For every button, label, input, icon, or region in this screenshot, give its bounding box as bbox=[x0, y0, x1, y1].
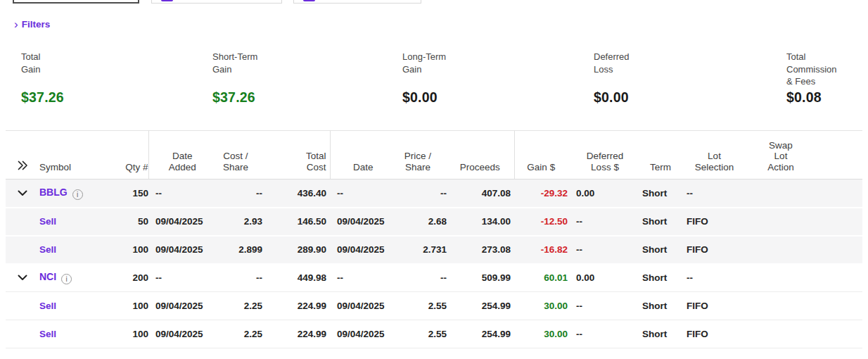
col-header-date: Date bbox=[330, 131, 389, 180]
cell-expander bbox=[6, 320, 39, 348]
cell-lot_selection: -- bbox=[679, 264, 742, 292]
cell-lot_selection: FIFO bbox=[679, 208, 742, 236]
col-header-qty: Qty # bbox=[110, 131, 148, 180]
summary-card-label: DeferredLoss bbox=[594, 51, 786, 75]
cell-swap_lot_action bbox=[742, 292, 819, 320]
filters-toggle[interactable]: › Filters bbox=[14, 18, 50, 31]
chevron-down-icon[interactable] bbox=[18, 275, 27, 281]
cell-spacer bbox=[819, 292, 862, 320]
cell-expander bbox=[6, 208, 39, 236]
cell-deferred_loss: 0.00 bbox=[569, 264, 634, 292]
cell-qty: 100 bbox=[110, 236, 148, 264]
cell-gain: -29.32 bbox=[514, 180, 569, 208]
cell-symbol: Sell bbox=[39, 292, 110, 320]
cell-swap_lot_action bbox=[742, 180, 819, 208]
date-to-input[interactable] bbox=[293, 0, 421, 4]
cell-expander bbox=[6, 236, 39, 264]
cell-proceeds: 509.99 bbox=[449, 264, 514, 292]
chevron-down-icon[interactable] bbox=[18, 190, 27, 196]
gain-value: 30.00 bbox=[544, 301, 568, 311]
cell-proceeds: 273.08 bbox=[449, 236, 514, 264]
cell-date: 09/04/2025 bbox=[330, 320, 389, 348]
calendar-icon bbox=[161, 0, 173, 1]
cell-gain: 30.00 bbox=[514, 320, 569, 348]
summary-card-value: $37.26 bbox=[212, 90, 402, 104]
cell-lot_selection: -- bbox=[679, 180, 742, 208]
cell-date: -- bbox=[330, 180, 389, 208]
gain-value: 30.00 bbox=[544, 329, 568, 339]
gain-value: -29.32 bbox=[541, 188, 568, 199]
cell-date: 09/04/2025 bbox=[330, 208, 389, 236]
cell-qty: 100 bbox=[110, 320, 148, 348]
cell-proceeds: 407.08 bbox=[449, 180, 514, 208]
info-icon[interactable]: i bbox=[72, 189, 83, 200]
cell-symbol: Sell bbox=[39, 320, 110, 348]
col-header-total_cost: TotalCost bbox=[265, 131, 330, 180]
cell-deferred_loss: -- bbox=[569, 236, 634, 264]
col-header-cost_share: Cost /Share bbox=[209, 131, 265, 180]
lot-row: Sell10009/04/20252.25224.9909/04/20252.5… bbox=[6, 292, 862, 320]
summary-card-0: TotalGain$37.26 bbox=[21, 51, 212, 104]
summary-card-label: Long-TermGain bbox=[402, 51, 594, 75]
cell-expander bbox=[6, 180, 39, 208]
cell-price_share: 2.55 bbox=[389, 292, 449, 320]
symbol-filter-input[interactable] bbox=[13, 0, 139, 4]
cell-swap_lot_action bbox=[742, 320, 819, 348]
col-header-deferred_loss: DeferredLoss $ bbox=[569, 131, 634, 180]
cell-deferred_loss: 0.00 bbox=[569, 180, 634, 208]
cell-term: Short bbox=[634, 208, 679, 236]
cell-term: Short bbox=[634, 236, 679, 264]
cell-deferred_loss: -- bbox=[569, 208, 634, 236]
col-header-price_share: Price /Share bbox=[389, 131, 449, 180]
cell-total_cost: 449.98 bbox=[265, 264, 330, 292]
cell-cost_share: 2.93 bbox=[209, 208, 265, 236]
sell-link[interactable]: Sell bbox=[39, 244, 56, 255]
cell-price_share: 2.55 bbox=[389, 320, 449, 348]
sell-link[interactable]: Sell bbox=[39, 301, 56, 311]
cell-gain: 30.00 bbox=[514, 292, 569, 320]
col-header-term: Term bbox=[634, 131, 679, 180]
summary-card-1: Short-TermGain$37.26 bbox=[212, 51, 402, 104]
cell-cost_share: 2.25 bbox=[209, 292, 265, 320]
cell-symbol: NCIi bbox=[39, 264, 110, 292]
cell-date_added: 09/04/2025 bbox=[148, 320, 209, 348]
summary-card-label: TotalGain bbox=[21, 51, 212, 75]
summary-card-4: TotalCommission& Fees$0.08 bbox=[786, 51, 837, 104]
date-from-input[interactable] bbox=[151, 0, 282, 4]
col-header-spacer bbox=[819, 131, 862, 180]
cell-cost_share: 2.899 bbox=[209, 236, 265, 264]
col-header-swap_lot_action: SwapLotAction bbox=[742, 131, 819, 180]
symbol-link[interactable]: BBLG bbox=[39, 187, 68, 198]
gain-value: 60.01 bbox=[544, 272, 568, 283]
col-header-symbol: Symbol bbox=[39, 131, 110, 180]
col-header-gain: Gain $ bbox=[514, 131, 569, 180]
cell-cost_share: -- bbox=[209, 264, 265, 292]
info-icon[interactable]: i bbox=[61, 274, 72, 284]
symbol-link[interactable]: NCI bbox=[39, 271, 56, 282]
cell-date: 09/04/2025 bbox=[330, 292, 389, 320]
table-body: BBLGi150----436.40----407.08-29.320.00Sh… bbox=[6, 180, 862, 348]
cell-date_added: 09/04/2025 bbox=[148, 292, 209, 320]
summary-card-value: $0.00 bbox=[402, 90, 594, 104]
expand-all-icon[interactable] bbox=[17, 160, 28, 170]
cell-total_cost: 436.40 bbox=[265, 180, 330, 208]
summary-card-value: $0.00 bbox=[594, 90, 786, 104]
cell-qty: 100 bbox=[110, 292, 148, 320]
gain-value: -16.82 bbox=[541, 244, 568, 255]
group-row-BBLG: BBLGi150----436.40----407.08-29.320.00Sh… bbox=[6, 180, 862, 208]
col-header-date_added: DateAdded bbox=[148, 131, 209, 180]
cell-price_share: 2.731 bbox=[389, 236, 449, 264]
summary-card-3: DeferredLoss$0.00 bbox=[594, 51, 786, 104]
cell-swap_lot_action bbox=[742, 208, 819, 236]
sell-link[interactable]: Sell bbox=[39, 216, 56, 227]
cell-total_cost: 224.99 bbox=[265, 292, 330, 320]
cell-term: Short bbox=[634, 320, 679, 348]
cell-spacer bbox=[819, 180, 862, 208]
summary-row: TotalGain$37.26Short-TermGain$37.26Long-… bbox=[21, 51, 868, 104]
cell-cost_share: -- bbox=[209, 180, 265, 208]
summary-card-label: Short-TermGain bbox=[212, 51, 402, 75]
cell-spacer bbox=[819, 236, 862, 264]
cell-proceeds: 254.99 bbox=[449, 320, 514, 348]
cell-qty: 150 bbox=[110, 180, 148, 208]
sell-link[interactable]: Sell bbox=[39, 329, 56, 339]
